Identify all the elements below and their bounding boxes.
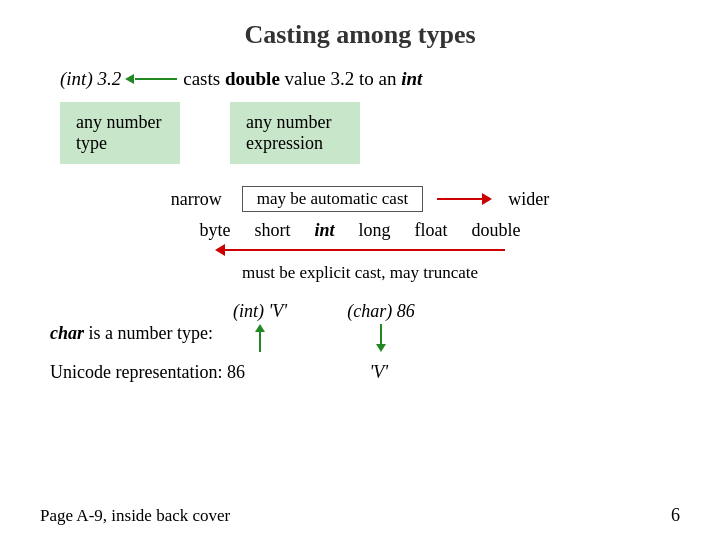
cast-left-arrow-icon — [125, 70, 177, 88]
char-is-text: char is a number type: — [50, 301, 213, 344]
char-row: char is a number type: (int) 'V' (char) … — [50, 301, 680, 354]
box-any-number-type: any numbertype — [60, 102, 180, 164]
unicode-row: Unicode representation: 86 'V' — [50, 362, 680, 383]
up-arrow-icon — [255, 324, 265, 352]
char-86-group: (char) 86 — [347, 301, 414, 354]
narrow-wider-row: narrow may be automatic cast wider — [40, 186, 680, 212]
narrow-label: narrow — [171, 189, 222, 210]
down-arrow-icon — [376, 324, 386, 352]
page-title: Casting among types — [40, 20, 680, 50]
box-expr-text: any numberexpression — [246, 112, 331, 154]
wider-label: wider — [508, 189, 549, 210]
type-float: float — [403, 220, 460, 241]
explicit-left-arrow-icon — [215, 241, 505, 259]
page-ref-text: Page A-9, inside back cover — [40, 506, 230, 526]
unicode-text: Unicode representation: 86 — [50, 362, 245, 382]
types-row: byte short int long float double — [40, 220, 680, 241]
cast-desc-text: casts double value 3.2 to an int — [183, 68, 422, 90]
int-cast-label: (int) 3.2 — [60, 68, 177, 90]
type-int: int — [302, 220, 346, 241]
int-cast-text: (int) 3.2 — [60, 68, 121, 90]
type-short: short — [242, 220, 302, 241]
page-number: 6 — [671, 505, 680, 526]
page: Casting among types (int) 3.2 casts doub… — [0, 0, 720, 540]
int-v-group: (int) 'V' — [233, 301, 287, 354]
explicit-cast-text: must be explicit cast, may truncate — [242, 263, 478, 283]
auto-cast-box: may be automatic cast — [242, 186, 424, 212]
explicit-section: must be explicit cast, may truncate — [40, 241, 680, 283]
quote-v-label: 'V' — [369, 362, 388, 382]
type-long: long — [347, 220, 403, 241]
cast-explanation-line: (int) 3.2 casts double value 3.2 to an i… — [60, 68, 680, 90]
auto-cast-right-arrow-icon — [437, 190, 492, 208]
type-byte: byte — [187, 220, 242, 241]
char-86-label: (char) 86 — [347, 301, 414, 322]
boxes-row: any numbertype any numberexpression — [60, 102, 680, 164]
box-type-text: any numbertype — [76, 112, 161, 154]
type-double: double — [460, 220, 533, 241]
box-any-number-expression: any numberexpression — [230, 102, 360, 164]
int-v-label: (int) 'V' — [233, 301, 287, 322]
